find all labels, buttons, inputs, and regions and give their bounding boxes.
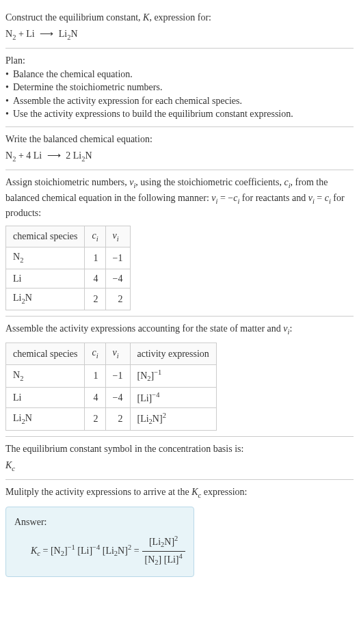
intro-text: Construct the equilibrium constant, K, e… [5, 11, 354, 25]
col-species: chemical species [6, 343, 85, 364]
plan-section: Plan: •Balance the chemical equation. •D… [5, 49, 354, 127]
cell-activity: [N2]−1 [130, 364, 216, 387]
cell-ci: 2 [85, 408, 105, 431]
table-row: Li 4 −4 [6, 269, 131, 289]
cell-species: Li [6, 269, 85, 289]
denominator: [N2] [Li]4 [142, 552, 185, 568]
cell-nui: −4 [105, 387, 130, 407]
cell-species: Li2N [6, 289, 85, 310]
cell-nui: 2 [105, 289, 130, 310]
plan-item: •Determine the stoichiometric numbers. [5, 81, 354, 94]
n2: N2 [5, 29, 16, 39]
fraction: [Li2N]2 [N2] [Li]4 [142, 534, 185, 567]
arrow-icon: ⟶ [40, 27, 53, 41]
li2n: Li2N [59, 29, 78, 39]
cell-species: N2 [6, 247, 85, 269]
numerator: [Li2N]2 [142, 534, 185, 551]
table-row: Li2N 2 2 [Li2N]2 [6, 408, 217, 431]
plan-item: •Use the activity expressions to build t… [5, 107, 354, 121]
stoich-text: Assign stoichiometric numbers, νi, using… [5, 176, 354, 220]
cell-ci: 1 [85, 247, 105, 269]
col-nui: νi [105, 226, 130, 247]
kc-expression: Kc = [N2]−1 [Li]−4 [Li2N]2 = [Li2N]2 [N2… [14, 534, 185, 567]
answer-label: Answer: [14, 515, 185, 529]
balanced-title: Write the balanced chemical equation: [5, 133, 354, 146]
table-row: Li 4 −4 [Li]−4 [6, 387, 217, 407]
plan-item: •Balance the chemical equation. [5, 68, 354, 81]
cell-nui: −4 [105, 269, 130, 289]
multiply-text: Mulitply the activity expressions to arr… [5, 485, 354, 500]
activity-table: chemical species ci νi activity expressi… [5, 343, 217, 431]
table-row: Li2N 2 2 [6, 289, 131, 310]
col-ci: ci [85, 343, 105, 364]
n2: N2 [5, 150, 16, 161]
answer-box: Answer: Kc = [N2]−1 [Li]−4 [Li2N]2 = [Li… [5, 507, 194, 577]
plan-title: Plan: [5, 54, 354, 68]
table-row: N2 1 −1 [N2]−1 [6, 364, 217, 387]
activity-section: Assemble the activity expressions accoun… [5, 317, 354, 438]
intro-prefix: Construct the equilibrium constant, [5, 12, 143, 23]
bullet-icon: • [5, 94, 9, 108]
bullet-icon: • [5, 107, 9, 121]
arrow-icon: ⟶ [47, 149, 61, 163]
balanced-equation: N2 + 4 Li ⟶ 2 Li2N [5, 149, 354, 164]
bullet-icon: • [5, 81, 9, 94]
cell-ci: 1 [85, 364, 105, 387]
li: Li [26, 29, 34, 39]
cell-species: N2 [6, 364, 85, 387]
stoich-section: Assign stoichiometric numbers, νi, using… [5, 170, 354, 317]
li: Li [34, 150, 42, 161]
intro-section: Construct the equilibrium constant, K, e… [5, 5, 354, 49]
cell-ci: 2 [85, 289, 105, 310]
kc-symbol: Kc [5, 459, 354, 474]
symbol-section: The equilibrium constant symbol in the c… [5, 437, 354, 480]
col-species: chemical species [6, 226, 85, 247]
plan-list: •Balance the chemical equation. •Determi… [5, 68, 354, 121]
cell-nui: 2 [105, 408, 130, 431]
stoich-table: chemical species ci νi N2 1 −1 Li 4 −4 L… [5, 226, 131, 310]
col-activity: activity expression [130, 343, 216, 364]
cell-nui: −1 [105, 364, 130, 387]
k-symbol: K [143, 12, 149, 23]
col-ci: ci [85, 226, 105, 247]
cell-activity: [Li2N]2 [130, 408, 216, 431]
plan-item: •Assemble the activity expression for ea… [5, 94, 354, 108]
table-header-row: chemical species ci νi activity expressi… [6, 343, 217, 364]
col-nui: νi [105, 343, 130, 364]
table-header-row: chemical species ci νi [6, 226, 131, 247]
cell-ci: 4 [85, 269, 105, 289]
cell-activity: [Li]−4 [130, 387, 216, 407]
cell-species: Li [6, 387, 85, 407]
activity-text: Assemble the activity expressions accoun… [5, 322, 354, 337]
cell-nui: −1 [105, 247, 130, 269]
li2n: Li2N [73, 150, 92, 161]
balanced-section: Write the balanced chemical equation: N2… [5, 127, 354, 170]
cell-species: Li2N [6, 408, 85, 431]
bullet-icon: • [5, 68, 9, 81]
intro-suffix: , expression for: [149, 12, 211, 23]
symbol-text: The equilibrium constant symbol in the c… [5, 442, 354, 456]
table-row: N2 1 −1 [6, 247, 131, 269]
cell-ci: 4 [85, 387, 105, 407]
unbalanced-equation: N2 + Li ⟶ Li2N [5, 27, 354, 42]
multiply-section: Mulitply the activity expressions to arr… [5, 480, 354, 582]
